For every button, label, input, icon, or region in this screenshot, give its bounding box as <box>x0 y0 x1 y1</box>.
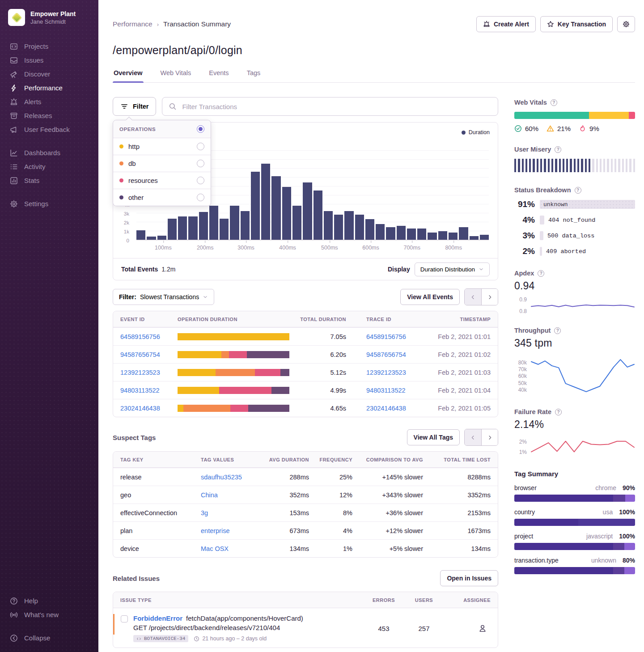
operations-dropdown-header[interactable]: OPERATIONS <box>113 120 211 138</box>
events-filter-select[interactable]: Filter: Slowest Transactions <box>113 289 214 305</box>
web-vitals-legend-item: 60% <box>514 125 538 132</box>
event-id-link[interactable]: 12392123523 <box>120 369 160 376</box>
tag-value-link[interactable]: China <box>201 491 218 499</box>
key-transaction-button[interactable]: Key Transaction <box>540 16 613 32</box>
avg-duration: 673ms <box>259 527 309 534</box>
display-select[interactable]: Duration Distribution <box>415 262 490 276</box>
filter-button[interactable]: Filter <box>113 97 156 116</box>
pager-next-button[interactable] <box>481 289 498 305</box>
warning-triangle-icon <box>547 125 554 132</box>
issue-checkbox[interactable] <box>121 615 128 622</box>
pager-prev-button[interactable] <box>465 289 481 305</box>
help-circle-icon[interactable] <box>575 187 581 194</box>
tag-value-link[interactable]: 3g <box>201 509 208 517</box>
view-all-events-button[interactable]: View All Events <box>400 289 460 305</box>
sidebar-item-stats[interactable]: Stats <box>0 174 98 187</box>
radio-icon[interactable] <box>197 194 204 201</box>
operation-segment <box>221 351 229 358</box>
frequency: 12% <box>309 491 352 499</box>
sidebar-item-dashboards[interactable]: Dashboards <box>0 146 98 160</box>
discover-icon <box>10 70 18 78</box>
status-row: 91%unknown <box>514 199 635 209</box>
sidebar-item-user-feedback[interactable]: User Feedback <box>0 123 98 136</box>
event-id-link[interactable]: 94803113522 <box>120 387 160 394</box>
open-in-issues-button[interactable]: Open in Issues <box>440 570 498 586</box>
tag-value-link[interactable]: Mac OSX <box>201 545 229 552</box>
settings-gear-button[interactable] <box>617 16 635 32</box>
pager-prev-button[interactable] <box>465 429 481 445</box>
radio-selected-icon[interactable] <box>197 125 204 133</box>
view-all-tags-button[interactable]: View All Tags <box>407 429 460 445</box>
sidebar-item-label: Settings <box>24 200 48 207</box>
sidebar-item-issues[interactable]: Issues <box>0 53 98 67</box>
tag-summary-segment <box>613 543 624 550</box>
trace-id-link[interactable]: 94587656754 <box>366 351 406 358</box>
sidebar-item-discover[interactable]: Discover <box>0 67 98 81</box>
events-pager <box>464 288 498 305</box>
tag-value-link[interactable]: enterprise <box>201 527 229 534</box>
project-badge: BOTANAVOICE-34 <box>133 635 188 642</box>
tab-tags[interactable]: Tags <box>246 66 262 82</box>
sidebar-item-label: Releases <box>24 112 52 119</box>
tag-value-link[interactable]: sdaufhu35235 <box>201 474 242 481</box>
event-id-link[interactable]: 64589156756 <box>120 333 160 340</box>
histogram-bar <box>230 206 239 240</box>
total-time-lost: 3352ms <box>423 491 498 499</box>
code-icon <box>136 636 141 641</box>
misery-tick <box>589 159 590 172</box>
help-circle-icon[interactable] <box>555 409 562 415</box>
operation-option-other[interactable]: other <box>113 189 211 206</box>
person-icon[interactable] <box>478 624 487 633</box>
org-switcher[interactable]: Empower Plant Jane Schmidt <box>0 9 98 26</box>
misery-tick <box>555 159 557 172</box>
sidebar-item-alerts[interactable]: Alerts <box>0 95 98 109</box>
operation-option-http[interactable]: http <box>113 138 211 155</box>
sidebar-item-releases[interactable]: Releases <box>0 109 98 123</box>
alerts-icon <box>10 98 18 106</box>
pager-next-button[interactable] <box>481 429 498 445</box>
trace-id-link[interactable]: 12392123523 <box>366 369 406 376</box>
sidebar-item-label: Activity <box>24 163 46 170</box>
operation-option-resources[interactable]: resources <box>113 172 211 189</box>
sidebar-item-help[interactable]: Help <box>0 594 98 608</box>
help-circle-icon[interactable] <box>538 270 544 277</box>
sidebar-item-what-s-new[interactable]: What's new <box>0 608 98 622</box>
event-id-link[interactable]: 23024146438 <box>120 405 160 412</box>
histogram-bar <box>136 230 145 240</box>
sidebar-item-performance[interactable]: Performance <box>0 81 98 95</box>
event-id-link[interactable]: 94587656754 <box>120 351 160 358</box>
trace-id-link[interactable]: 64589156756 <box>366 333 406 340</box>
sidebar-item-settings[interactable]: Settings <box>0 197 98 211</box>
suspect-tags-title: Suspect Tags <box>113 434 156 441</box>
help-circle-icon[interactable] <box>555 146 561 153</box>
issue-error-type-link[interactable]: ForbiddenError <box>133 614 182 622</box>
tab-web-vitals[interactable]: Web Vitals <box>160 66 192 82</box>
chevron-left-icon <box>470 435 476 440</box>
trace-id-link[interactable]: 23024146438 <box>366 405 406 412</box>
radio-icon[interactable] <box>197 143 204 150</box>
tab-bar: OverviewWeb VitalsEventsTags <box>113 66 635 83</box>
radio-icon[interactable] <box>197 177 204 184</box>
web-vitals-legend-item: 21% <box>547 125 571 132</box>
misery-tick <box>633 159 635 172</box>
trace-id-link[interactable]: 94803113522 <box>366 387 406 394</box>
histogram-bar <box>470 236 479 240</box>
search-icon <box>169 102 177 110</box>
help-circle-icon[interactable] <box>551 99 557 106</box>
misery-tick <box>614 159 616 172</box>
tab-events[interactable]: Events <box>208 66 229 82</box>
create-alert-button[interactable]: Create Alert <box>476 16 536 32</box>
sidebar-item-collapse[interactable]: Collapse <box>0 631 98 645</box>
tag-summary-segment <box>624 543 635 550</box>
help-circle-icon[interactable] <box>554 327 561 334</box>
radio-icon[interactable] <box>197 160 204 167</box>
sidebar-item-projects[interactable]: Projects <box>0 39 98 53</box>
operation-option-db[interactable]: db <box>113 155 211 172</box>
comparison: +36% slower <box>352 509 423 517</box>
total-duration: 4.65s <box>289 405 346 412</box>
search-input[interactable] <box>181 102 491 111</box>
breadcrumb-performance[interactable]: Performance <box>113 20 153 28</box>
sidebar-item-activity[interactable]: Activity <box>0 160 98 174</box>
throughput-value: 345 tpm <box>514 337 635 349</box>
tab-overview[interactable]: Overview <box>113 66 144 82</box>
